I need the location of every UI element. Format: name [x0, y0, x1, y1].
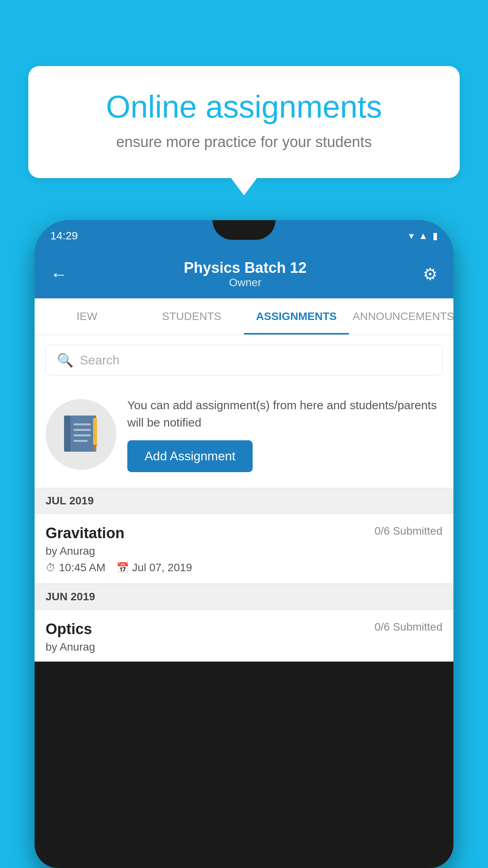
search-placeholder: Search — [80, 353, 119, 368]
phone-frame: 14:29 ▾ ▲ ▮ ← Physics Batch 12 Owner ⚙ I… — [35, 220, 453, 868]
assignment-top-row-optics: Optics 0/6 Submitted — [46, 621, 442, 638]
svg-rect-5 — [73, 440, 88, 442]
assignment-item-gravitation[interactable]: Gravitation 0/6 Submitted by Anurag ⏱ 10… — [35, 514, 453, 584]
assignment-submitted: 0/6 Submitted — [374, 525, 442, 537]
svg-rect-0 — [69, 416, 96, 452]
add-assignment-button[interactable]: Add Assignment — [127, 440, 253, 472]
svg-rect-2 — [73, 423, 91, 425]
speech-bubble-subtitle: ensure more practice for your students — [56, 134, 432, 151]
speech-bubble-card: Online assignments ensure more practice … — [28, 66, 460, 178]
promo-text-group: You can add assignment(s) from here and … — [127, 397, 442, 472]
promo-section: You can add assignment(s) from here and … — [35, 385, 453, 488]
header-title-group: Physics Batch 12 Owner — [68, 259, 423, 289]
speech-bubble-title: Online assignments — [56, 90, 432, 124]
meta-date: 📅 Jul 07, 2019 — [116, 561, 192, 574]
svg-rect-1 — [64, 416, 70, 452]
batch-title: Physics Batch 12 — [68, 259, 423, 276]
signal-icon: ▲ — [418, 230, 428, 241]
assignment-author: by Anurag — [46, 545, 442, 557]
promo-description: You can add assignment(s) from here and … — [127, 397, 442, 431]
meta-time: ⏱ 10:45 AM — [46, 561, 105, 574]
notebook-svg-icon — [63, 415, 99, 454]
status-bar: 14:29 ▾ ▲ ▮ — [35, 220, 453, 252]
status-icons: ▾ ▲ ▮ — [409, 230, 438, 241]
status-time: 14:29 — [50, 230, 78, 242]
search-bar: 🔍 Search — [35, 335, 453, 385]
app-content: 🔍 Search — [35, 335, 453, 662]
tab-announcements[interactable]: ANNOUNCEMENTS — [349, 298, 454, 335]
section-header-jul: JUL 2019 — [35, 488, 453, 514]
assignment-top-row: Gravitation 0/6 Submitted — [46, 525, 442, 542]
section-header-jun: JUN 2019 — [35, 584, 453, 610]
wifi-icon: ▾ — [409, 230, 414, 241]
clock-icon: ⏱ — [46, 562, 56, 574]
tab-students[interactable]: STUDENTS — [139, 298, 244, 335]
assignment-title-optics: Optics — [46, 621, 92, 638]
assignment-item-optics[interactable]: Optics 0/6 Submitted by Anurag — [35, 610, 453, 662]
tabs-bar: IEW STUDENTS ASSIGNMENTS ANNOUNCEMENTS — [35, 298, 453, 335]
promo-icon-circle — [46, 399, 116, 470]
search-input-wrap[interactable]: 🔍 Search — [46, 345, 442, 375]
assignment-title: Gravitation — [46, 525, 125, 542]
settings-icon[interactable]: ⚙ — [423, 265, 438, 284]
assignment-date: Jul 07, 2019 — [132, 561, 192, 574]
assignment-time: 10:45 AM — [59, 561, 105, 574]
assignment-author-optics: by Anurag — [46, 641, 442, 653]
svg-rect-4 — [73, 434, 91, 436]
back-button[interactable]: ← — [50, 266, 68, 283]
app-header: ← Physics Batch 12 Owner ⚙ — [35, 252, 453, 298]
svg-rect-3 — [73, 429, 91, 431]
tab-assignments[interactable]: ASSIGNMENTS — [244, 298, 349, 335]
battery-icon: ▮ — [433, 230, 438, 241]
assignment-submitted-optics: 0/6 Submitted — [374, 621, 442, 633]
assignment-meta: ⏱ 10:45 AM 📅 Jul 07, 2019 — [46, 561, 442, 574]
batch-subtitle: Owner — [68, 276, 423, 289]
tab-iew[interactable]: IEW — [35, 298, 139, 335]
calendar-icon: 📅 — [116, 562, 129, 574]
search-icon: 🔍 — [57, 352, 73, 368]
svg-rect-6 — [93, 418, 97, 445]
